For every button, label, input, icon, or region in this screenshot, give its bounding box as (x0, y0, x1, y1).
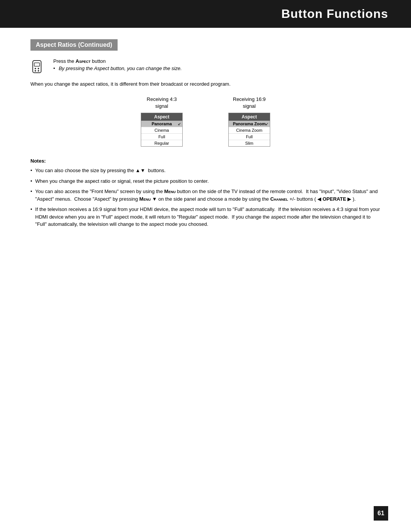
svg-point-5 (38, 70, 39, 72)
diagram-left: Receiving 4:3 signal Aspect Panorama ↙ C… (141, 96, 183, 147)
menu-item-full-left: Full (141, 134, 182, 140)
svg-rect-1 (34, 63, 40, 66)
menu-header-left: Aspect (141, 113, 182, 121)
note-item-2: • When you change the aspect ratio or si… (30, 177, 381, 185)
diagram-right: Receiving 16:9 signal Aspect Panorama Zo… (228, 96, 270, 147)
notes-section: Notes: • You can also choose the size by… (30, 158, 381, 228)
svg-rect-0 (33, 61, 41, 73)
aspect-sub-button-name: Aspect (94, 66, 109, 71)
page-number: 61 (374, 506, 388, 521)
diagram-right-label: Receiving 16:9 signal (233, 96, 266, 110)
menu-item-regular: Regular (141, 140, 182, 146)
cursor-arrow-left: ↙ (178, 122, 181, 126)
note-item-3: • You can also access the "Front Menu" s… (30, 188, 381, 203)
page-header: Button Functions (0, 0, 411, 28)
press-main-text: Press the Aspect button (53, 58, 182, 64)
notes-label: Notes: (30, 158, 381, 164)
diagram-left-label: Receiving 4:3 signal (147, 96, 177, 110)
menu-item-full-right: Full (229, 134, 270, 140)
aspect-button-name: Aspect (76, 58, 91, 64)
menu-item-panorama-zoom: Panorama Zoom ↙ (229, 121, 270, 127)
diagram-area: Receiving 4:3 signal Aspect Panorama ↙ C… (30, 96, 381, 147)
note-item-4: • If the televison receives a 16:9 signa… (30, 206, 381, 228)
menu-item-cinema-zoom: Cinema Zoom (229, 127, 270, 134)
svg-point-2 (35, 68, 36, 69)
section-heading: Aspect Ratios (Continued) (30, 39, 118, 51)
svg-point-3 (38, 68, 39, 69)
press-text-block: Press the Aspect button • By pressing th… (53, 58, 182, 71)
main-content: Aspect Ratios (Continued) Press the Aspe… (0, 28, 411, 254)
press-sub-text: • By pressing the Aspect button, you can… (53, 66, 182, 71)
svg-point-4 (35, 70, 36, 72)
remote-icon (30, 59, 47, 76)
menu-header-right: Aspect (229, 113, 270, 121)
press-button-row: Press the Aspect button • By pressing th… (30, 58, 381, 76)
broadcast-note: When you change the aspect ratios, it is… (30, 81, 381, 87)
page-title: Button Functions (281, 7, 388, 21)
menu-item-cinema: Cinema (141, 127, 182, 134)
menu-item-slim: Slim (229, 140, 270, 146)
menu-box-left: Aspect Panorama ↙ Cinema Full Regular (141, 113, 183, 147)
cursor-arrow-right: ↙ (265, 122, 268, 126)
menu-box-right: Aspect Panorama Zoom ↙ Cinema Zoom Full … (228, 113, 270, 147)
menu-item-panorama: Panorama ↙ (141, 121, 182, 127)
note-item-1: • You can also choose the size by pressi… (30, 167, 381, 174)
